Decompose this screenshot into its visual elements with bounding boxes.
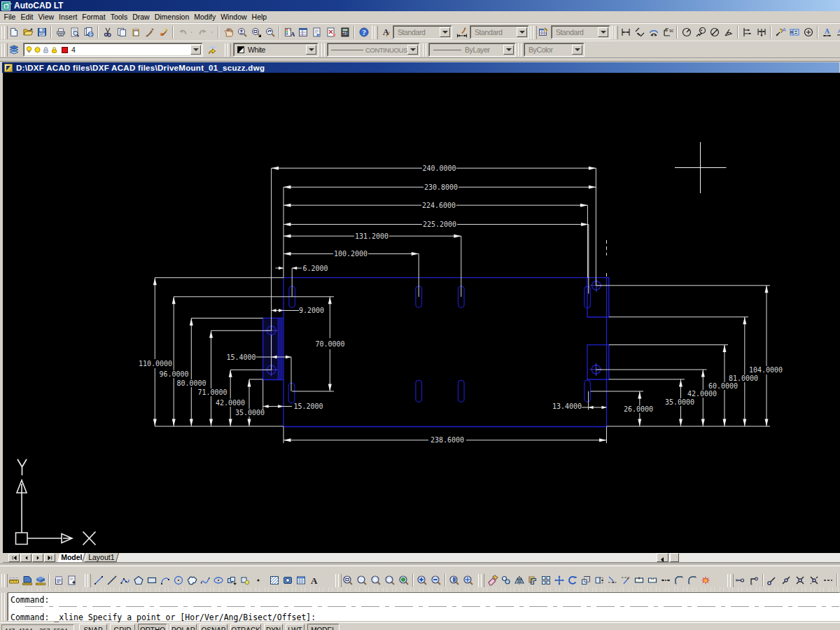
text-style-combo[interactable]: Standard xyxy=(393,25,452,39)
undo-drop-button[interactable] xyxy=(190,25,196,39)
toolbar-grip[interactable] xyxy=(423,43,428,57)
ellipse-button[interactable] xyxy=(211,573,225,587)
combo-dropdown-arrow[interactable] xyxy=(517,27,527,37)
zoom-scale-button[interactable] xyxy=(369,573,383,587)
toolbar-grip[interactable] xyxy=(372,26,377,39)
polygon-button[interactable] xyxy=(132,573,145,587)
command-history[interactable]: Command: Command: _xline Specify a point… xyxy=(8,592,840,621)
explode-button[interactable] xyxy=(699,573,712,587)
layer-combo[interactable]: 4 xyxy=(23,43,203,57)
plot-style-combo[interactable]: ByColor xyxy=(524,43,584,57)
join-button[interactable] xyxy=(659,573,672,587)
snap-midpoint-button[interactable] xyxy=(779,573,793,587)
dim-diameter-button[interactable] xyxy=(708,25,722,39)
combo-dropdown-arrow[interactable] xyxy=(598,27,608,37)
line-button[interactable] xyxy=(92,573,105,587)
combo-dropdown-arrow[interactable] xyxy=(503,45,514,55)
tab-layout1[interactable]: Layout1 xyxy=(84,553,119,562)
tab-next-button[interactable] xyxy=(32,554,43,562)
dim-jogged-button[interactable] xyxy=(694,25,708,39)
status-toggle-grid[interactable]: GRID xyxy=(110,624,135,630)
pan-button[interactable] xyxy=(221,25,235,39)
properties-button[interactable]: A xyxy=(282,25,296,39)
rectangle-button[interactable] xyxy=(145,573,158,587)
distance-button[interactable] xyxy=(7,573,20,587)
status-toggle-ortho[interactable]: ORTHO xyxy=(138,624,167,630)
text-style-button[interactable]: A xyxy=(378,25,392,39)
cut-button[interactable] xyxy=(101,25,115,39)
menu-modify[interactable]: Modify xyxy=(192,11,218,22)
menu-help[interactable]: Help xyxy=(249,11,270,22)
dim-style-button[interactable] xyxy=(455,25,469,39)
zoom-object-button[interactable] xyxy=(397,573,411,587)
toolbar-grip[interactable] xyxy=(321,43,326,57)
status-toggle-dyn[interactable]: DYN xyxy=(264,624,283,630)
drawing-canvas[interactable]: 240.0000230.8000224.6000225.2000131.2000… xyxy=(3,73,840,553)
save-button[interactable] xyxy=(35,25,49,39)
paste-button[interactable] xyxy=(129,25,143,39)
trim-button[interactable] xyxy=(606,573,619,587)
zoom-center-button[interactable] xyxy=(383,573,397,587)
mirror-button[interactable] xyxy=(512,573,526,587)
preview-button[interactable] xyxy=(68,25,82,39)
menu-tools[interactable]: Tools xyxy=(108,11,130,22)
construction-line-button[interactable] xyxy=(105,573,118,587)
offset-button[interactable] xyxy=(526,573,539,587)
status-toggle-polar[interactable]: POLAR xyxy=(170,624,197,630)
mtext-button[interactable]: A xyxy=(307,573,321,587)
dim-edit-button[interactable]: A xyxy=(834,25,840,39)
dim-arclength-button[interactable] xyxy=(647,25,661,39)
zoom-all-button[interactable] xyxy=(447,573,461,587)
status-toggle-snap[interactable]: SNAP xyxy=(79,624,107,630)
document-titlebar[interactable]: D:\DXF ACAD files\DXF ACAD files\DriveMo… xyxy=(1,62,840,73)
region-button[interactable] xyxy=(281,573,294,587)
polyline-button[interactable] xyxy=(118,573,132,587)
dim-aligned-button[interactable] xyxy=(633,25,647,39)
mass-properties-button[interactable] xyxy=(34,573,47,587)
redo-drop-button[interactable] xyxy=(210,25,216,39)
dim-baseline-button[interactable] xyxy=(741,25,755,39)
menu-file[interactable]: File xyxy=(1,11,18,22)
id-point-button[interactable] xyxy=(65,573,78,587)
table-button[interactable] xyxy=(294,573,307,587)
chamfer-button[interactable] xyxy=(672,573,685,587)
status-toggle-osnap[interactable]: OSNAP xyxy=(200,624,227,630)
dim-centermark-button[interactable] xyxy=(802,25,816,39)
tab-prev-button[interactable] xyxy=(20,554,31,562)
combo-dropdown-arrow[interactable] xyxy=(407,45,418,55)
lineweight-combo[interactable]: ByLayer xyxy=(428,43,516,57)
toolbar-grip[interactable] xyxy=(1,26,6,39)
area-button[interactable] xyxy=(20,573,34,587)
scrollbar-thumb[interactable] xyxy=(670,553,679,562)
scale-button[interactable] xyxy=(579,573,592,587)
status-toggle-model[interactable]: MODEL xyxy=(307,624,340,630)
dim-linear-button[interactable] xyxy=(619,25,633,39)
snap-extension-button[interactable] xyxy=(821,573,835,587)
layers-button[interactable] xyxy=(7,43,21,57)
revcloud-button[interactable] xyxy=(185,573,198,587)
markup-manager-button[interactable] xyxy=(324,25,338,39)
menu-view[interactable]: View xyxy=(36,11,57,22)
zoom-dynamic-button[interactable] xyxy=(355,573,369,587)
layer-combo-dropdown-arrow[interactable] xyxy=(190,45,201,55)
designcenter-button[interactable] xyxy=(296,25,310,39)
toolbar-grip[interactable] xyxy=(225,43,230,57)
arc-button[interactable] xyxy=(158,573,172,587)
menu-format[interactable]: Format xyxy=(80,11,108,22)
zoom-in-button[interactable] xyxy=(415,573,429,587)
toolbar-grip[interactable] xyxy=(335,574,340,587)
menu-dimension[interactable]: Dimension xyxy=(152,11,192,22)
extend-button[interactable] xyxy=(619,573,632,587)
dim-qleader-button[interactable]: A xyxy=(774,25,788,39)
sheetset-manager-button[interactable] xyxy=(310,25,324,39)
insert-block-button[interactable] xyxy=(225,573,238,587)
toolbar-grip[interactable] xyxy=(1,574,6,587)
toolbar-grip[interactable] xyxy=(478,574,483,587)
temporary-track-point-button[interactable] xyxy=(733,573,747,587)
tab-model[interactable]: Model xyxy=(57,553,85,562)
zoom-window2-button[interactable] xyxy=(341,573,355,587)
open-button[interactable] xyxy=(21,25,35,39)
make-block-button[interactable] xyxy=(238,573,251,587)
redo-button[interactable] xyxy=(196,25,210,39)
move-button[interactable] xyxy=(552,573,566,587)
